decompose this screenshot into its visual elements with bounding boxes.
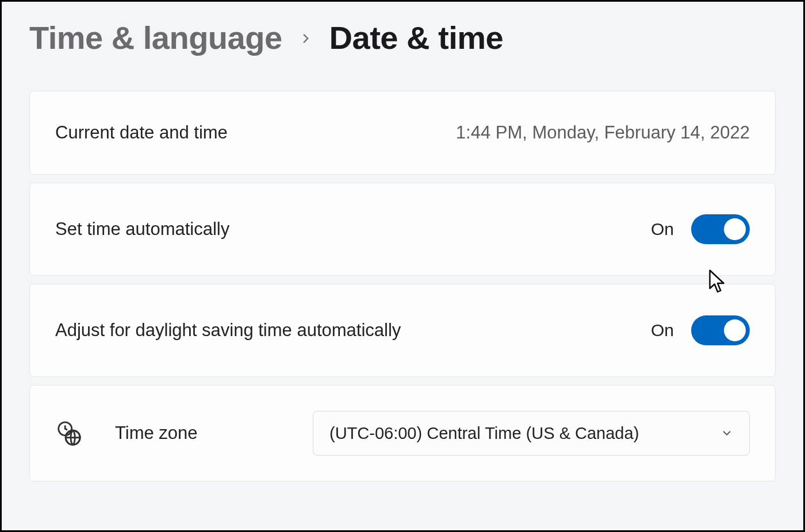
breadcrumb: Time & language Date & time [29,19,776,56]
adjust-dst-toggle[interactable] [691,315,750,345]
chevron-right-icon [298,26,313,49]
adjust-dst-state: On [651,321,674,340]
breadcrumb-current: Date & time [329,19,504,56]
timezone-label: Time zone [115,423,198,444]
set-time-auto-label: Set time automatically [55,219,229,240]
set-time-auto-state: On [651,219,674,239]
timezone-select[interactable]: (UTC-06:00) Central Time (US & Canada) [313,411,750,456]
set-time-auto-toggle[interactable] [691,214,750,244]
current-datetime-value: 1:44 PM, Monday, February 14, 2022 [456,122,750,143]
adjust-dst-label: Adjust for daylight saving time automati… [55,320,401,341]
set-time-auto-row: Set time automatically On [29,183,776,276]
current-datetime-row: Current date and time 1:44 PM, Monday, F… [29,91,776,175]
timezone-select-value: (UTC-06:00) Central Time (US & Canada) [329,424,639,443]
chevron-down-icon [720,427,733,440]
timezone-row: Time zone (UTC-06:00) Central Time (US &… [29,385,776,481]
current-datetime-label: Current date and time [55,122,228,143]
timezone-icon [55,420,82,446]
breadcrumb-parent[interactable]: Time & language [29,19,282,56]
adjust-dst-row: Adjust for daylight saving time automati… [29,284,776,377]
